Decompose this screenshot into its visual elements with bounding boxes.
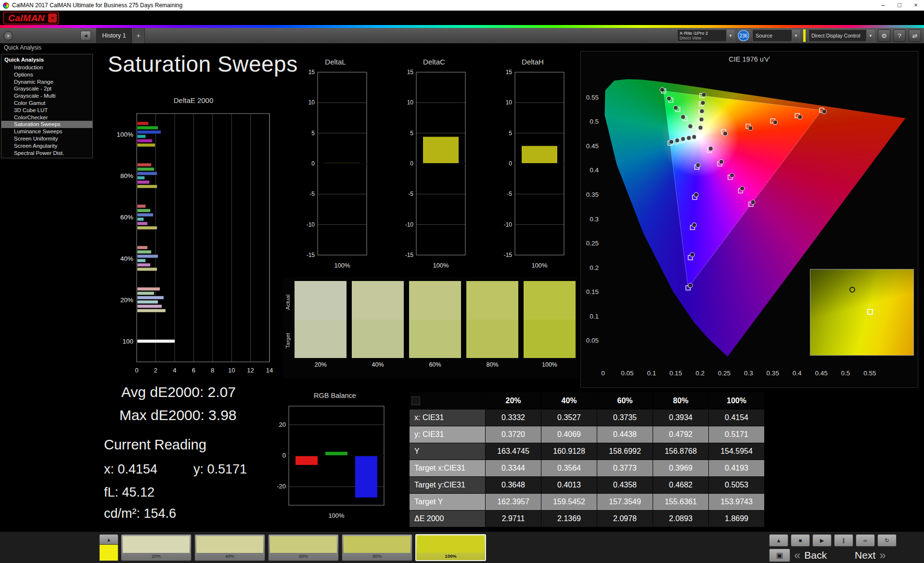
table-cell: 0.4682 [653,477,709,494]
deltah-chart: DeltaH 151050-5-10-15100% [497,58,569,280]
brand-band: CalMAN ▼ [0,11,924,28]
level-label: 80% [344,553,411,559]
deltae-bar [137,172,157,175]
level-button-60%[interactable]: 60% [268,534,339,561]
sidebar-item-colorchecker[interactable]: ColorChecker [1,114,92,121]
play-button[interactable]: ▶ [812,534,832,547]
sidebar-item-options[interactable]: Options [1,71,92,78]
sidebar-item-luminance-sweeps[interactable]: Luminance Sweeps [1,128,92,135]
logo-dropdown-icon[interactable]: ▼ [48,13,57,23]
svg-text:0.05: 0.05 [621,370,633,377]
level-label: 100% [417,553,484,559]
svg-text:0.5: 0.5 [590,118,599,125]
calman-logo-menu[interactable]: CalMAN ▼ [3,12,59,25]
svg-text:20%: 20% [120,296,133,304]
tree-root[interactable]: Quick Analysis [1,56,92,64]
frame-button[interactable]: ▣ [769,549,790,562]
table-cell: 0.3527 [541,409,597,426]
sidebar: Quick Analysis Quick AnalysisIntroductio… [0,43,94,531]
sidebar-item-grayscale-2pt[interactable]: Grayscale - 2pt [1,85,92,92]
deltae-bar [137,296,164,299]
blue-bar [355,456,377,498]
level-button-20%[interactable]: 20% [121,534,192,561]
settings-gear-button[interactable]: ⚙ [878,29,890,42]
deltae-bar [137,268,157,271]
swap-panel-button[interactable]: ⇄ [909,29,921,42]
sidebar-item-grayscale-multi[interactable]: Grayscale - Multi [1,92,92,100]
loop-button[interactable]: ∞ [856,534,875,547]
table-row-label: y: CIE31 [410,426,486,443]
deltae-bar [137,176,145,179]
svg-text:40%: 40% [120,255,133,262]
tab-history-1[interactable]: History 1 [96,28,132,43]
sidebar-item-3d-cube-lut[interactable]: 3D Cube LUT [1,107,92,114]
svg-text:0.3: 0.3 [744,370,753,377]
table-row-label: Target Y [410,494,486,511]
svg-text:5: 5 [509,130,512,137]
actual-swatch [352,281,404,320]
sidebar-item-color-gamut[interactable]: Color Gamut [1,100,92,107]
sidebar-item-introduction[interactable]: Introduction [1,64,92,71]
level-label: 40% [196,553,263,559]
next-button[interactable]: Next [855,550,875,561]
chevron-down-icon[interactable]: ▼ [726,30,734,41]
level-button-80%[interactable]: 80% [342,534,412,561]
svg-text:-10: -10 [307,221,315,228]
level-button-100%[interactable]: 100% [415,534,486,561]
svg-text:0.1: 0.1 [647,370,656,377]
source-dropdown[interactable]: Source ▼ [752,29,800,42]
table-cell: 158.6992 [597,443,653,460]
sidebar-item-dynamic-range[interactable]: Dynamic Range [1,78,92,86]
back-button[interactable]: Back [804,550,827,561]
sidebar-item-screen-angularity[interactable]: Screen Angularity [1,142,92,150]
svg-text:14: 14 [266,367,273,374]
meter-dropdown[interactable]: X-Rite i1Pro 2 Direct View ▼ [677,29,735,42]
target-point [867,309,873,315]
deltae-bar [137,126,158,129]
chevron-down-icon[interactable]: ▼ [866,30,874,41]
table-row-label: ΔE 2000 [410,511,486,527]
minimize-button[interactable]: – [875,0,891,11]
eject-button[interactable]: ▲ [99,534,118,545]
deltaH-bar [522,146,557,164]
workspace-dot-button[interactable]: • [3,31,13,40]
display-control-dropdown[interactable]: Direct Display Control ▼ [808,29,875,42]
actual-swatch [466,281,518,320]
current-x-value: x: 0.4154 [104,462,157,477]
sidebar-item-screen-uniformity[interactable]: Screen Uniformity [1,135,92,142]
stop-button[interactable]: ■ [791,534,810,547]
table-col-header: 80% [653,392,709,409]
svg-text:-10: -10 [405,221,414,228]
chevron-down-icon[interactable]: ▼ [792,30,800,41]
chart-title: DeltaL [299,58,372,68]
actual-swatch [524,281,576,320]
refresh-button[interactable]: ↻ [877,534,897,547]
svg-text:-15: -15 [405,252,414,258]
saturation-swatch: 80% [466,281,518,368]
svg-text:2: 2 [154,367,157,374]
sidebar-item-saturation-sweeps[interactable]: Saturation Sweeps [1,121,92,128]
sidebar-collapse-button[interactable]: ◀ [80,31,91,40]
saturation-swatch: 20% [295,281,346,368]
eject-button[interactable]: ▲ [769,534,788,547]
swatch-row: 20%40%60%80%100% [295,281,576,368]
help-button[interactable]: ? [893,29,906,42]
svg-text:0.1: 0.1 [590,313,599,320]
app-window: CalMAN 2017 CalMAN Ultimate for Business… [0,0,924,563]
swatch-color [524,281,576,358]
swatch-label: 80% [486,361,498,368]
target-row-label: Target [285,321,293,360]
rgb-balance-chart: RGB Balance 200-20100% [268,392,402,523]
pause-button[interactable]: ∥ [834,534,853,547]
table-row-label: Target x:CIE31 [410,460,486,477]
tab-add-button[interactable]: + [132,28,145,43]
svg-text:0: 0 [135,367,138,374]
table-cell: 157.3549 [597,494,653,511]
maximize-button[interactable]: □ [891,0,908,11]
close-button[interactable]: × [908,0,924,11]
level-swatch [196,536,263,553]
level-button-40%[interactable]: 40% [194,534,265,561]
table-cell: 0.5171 [709,426,765,443]
deltae-bar [137,213,154,217]
sidebar-item-spectral-power-dist-[interactable]: Spectral Power Dist. [1,150,92,157]
